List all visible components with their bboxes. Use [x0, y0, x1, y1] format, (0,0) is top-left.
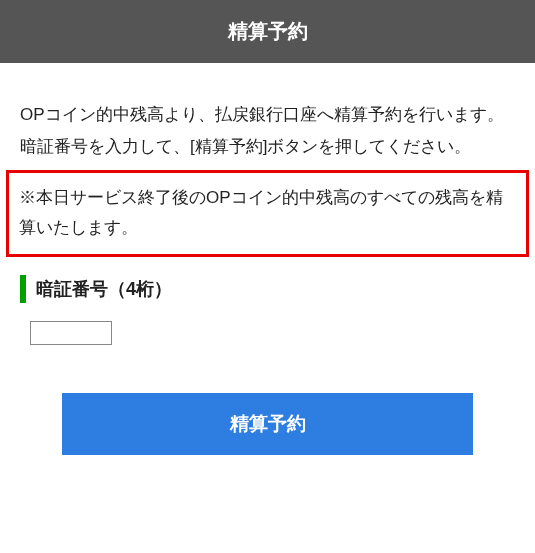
submit-row: 精算予約 — [20, 393, 515, 455]
field-label-row: 暗証番号（4桁） — [20, 275, 515, 303]
content-area: OPコイン的中残高より、払戻銀行口座へ精算予約を行います。 暗証番号を入力して、… — [0, 63, 535, 475]
notice-box: ※本日サービス終了後のOPコイン的中残高のすべての残高を精算いたします。 — [6, 170, 529, 257]
description-block: OPコイン的中残高より、払戻銀行口座へ精算予約を行います。 暗証番号を入力して、… — [20, 99, 515, 164]
green-accent-bar — [20, 275, 26, 303]
notice-text: ※本日サービス終了後のOPコイン的中残高のすべての残高を精算いたします。 — [19, 188, 503, 238]
page-header: 精算予約 — [0, 0, 535, 63]
pin-field-label: 暗証番号（4桁） — [36, 277, 172, 301]
pin-input[interactable] — [30, 321, 112, 345]
description-line-1: OPコイン的中残高より、払戻銀行口座へ精算予約を行います。 — [20, 99, 515, 131]
submit-button[interactable]: 精算予約 — [62, 393, 473, 455]
description-line-2: 暗証番号を入力して、[精算予約]ボタンを押してください。 — [20, 131, 515, 163]
submit-button-label: 精算予約 — [230, 413, 306, 434]
pin-field-group: 暗証番号（4桁） — [20, 275, 515, 345]
page-title: 精算予約 — [228, 20, 308, 42]
